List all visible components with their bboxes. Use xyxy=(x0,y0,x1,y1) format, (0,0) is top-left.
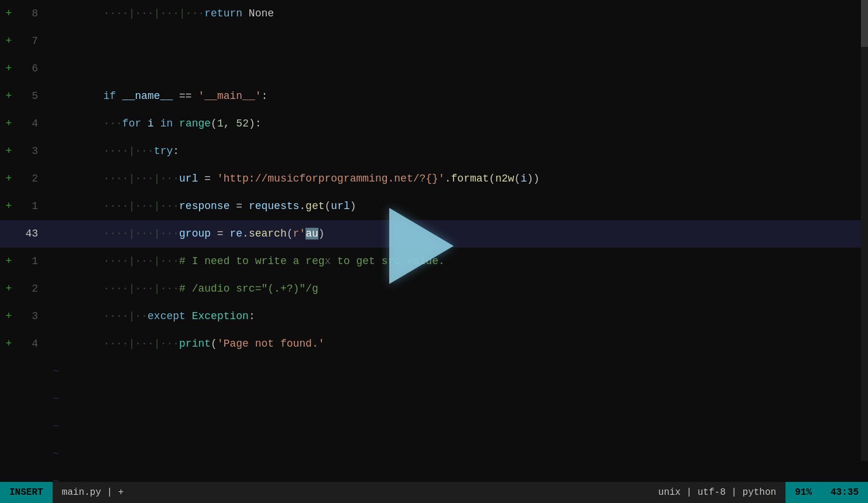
gutter-tilde-5 xyxy=(0,468,18,482)
tilde-content-4: ~ xyxy=(47,440,868,468)
status-right: unix | utf-8 | python 91% 43:35 xyxy=(649,482,868,503)
gutter-tilde-2 xyxy=(0,385,18,413)
line-num-1a: 1 xyxy=(18,193,47,220)
paren-4b1: ( xyxy=(211,338,217,350)
gutter-plus-2a: + xyxy=(0,165,18,193)
editor-area[interactable]: + 8 ····|···|···|···return None + 7 + 6 … xyxy=(0,0,868,482)
tilde-line-5: ~ xyxy=(0,468,868,482)
line-num-2a: 2 xyxy=(18,165,47,193)
tilde-content-2: ~ xyxy=(47,385,868,413)
tilde-line-2: ~ xyxy=(0,385,868,413)
tilde-content-1: ~ xyxy=(47,358,868,385)
gutter-tilde-1 xyxy=(0,358,18,385)
str-page: 'Page not found.' xyxy=(217,338,325,350)
tilde-line-3: ~ xyxy=(0,413,868,440)
status-position: 43:35 xyxy=(821,482,868,503)
gutter-plus-4b: + xyxy=(0,330,18,358)
line-code-8: ····|···|···|···return None xyxy=(47,0,868,55)
line-num-43: 43 xyxy=(18,220,47,248)
line-num-2b: 2 xyxy=(18,275,47,303)
pipe-sep: | xyxy=(107,487,118,498)
gutter-plus-8: + xyxy=(0,0,18,28)
plus-indicator: + xyxy=(118,487,124,498)
line-num-tilde-5 xyxy=(18,468,47,482)
status-filename: main.py | + xyxy=(53,487,133,498)
code-line-8: + 8 ····|···|···|···return None xyxy=(0,0,868,28)
line-num-tilde-4 xyxy=(18,440,47,468)
gutter-plus-1b: + xyxy=(0,248,18,275)
tilde-line-1: ~ xyxy=(0,358,868,385)
tilde-content-5: ~ xyxy=(47,468,868,482)
line-num-tilde-3 xyxy=(18,413,47,440)
status-bar: INSERT main.py | + unix | utf-8 | python… xyxy=(0,482,868,503)
gutter-plus-3b: + xyxy=(0,303,18,330)
gutter-plus-5: + xyxy=(0,83,18,110)
line-num-5: 5 xyxy=(18,83,47,110)
indent-8: ····|···|···|··· xyxy=(103,8,204,19)
gutter-plus-7: + xyxy=(0,28,18,55)
scrollbar[interactable] xyxy=(861,0,868,461)
line-num-1b: 1 xyxy=(18,248,47,275)
tilde-content-3: ~ xyxy=(47,413,868,440)
status-percent: 91% xyxy=(785,482,821,503)
status-encoding: unix | utf-8 | python xyxy=(649,487,786,498)
status-mode: INSERT xyxy=(0,482,53,503)
val-none: None xyxy=(242,8,274,19)
gutter-plus-43 xyxy=(0,220,18,248)
line-num-3b: 3 xyxy=(18,303,47,330)
line-num-tilde-2 xyxy=(18,385,47,413)
indent-4b: ····|···|··· xyxy=(103,338,179,350)
gutter-plus-2b: + xyxy=(0,275,18,303)
filename-text: main.py xyxy=(62,487,101,498)
gutter-plus-3: + xyxy=(0,138,18,165)
gutter-tilde-4 xyxy=(0,440,18,468)
code-line-4b: + 4 ····|···|···print('Page not found.' xyxy=(0,330,868,358)
line-num-3: 3 xyxy=(18,138,47,165)
scrollbar-thumb[interactable] xyxy=(861,0,868,47)
line-num-6: 6 xyxy=(18,55,47,83)
gutter-tilde-3 xyxy=(0,413,18,440)
line-num-7: 7 xyxy=(18,28,47,55)
tilde-line-4: ~ xyxy=(0,440,868,468)
gutter-plus-4: + xyxy=(0,110,18,138)
line-num-4: 4 xyxy=(18,110,47,138)
fn-print: print xyxy=(179,338,211,350)
line-num-tilde-1 xyxy=(18,358,47,385)
gutter-plus-1a: + xyxy=(0,193,18,220)
line-num-8: 8 xyxy=(18,0,47,28)
code-content: + 8 ····|···|···|···return None + 7 + 6 … xyxy=(0,0,868,482)
gutter-plus-6: + xyxy=(0,55,18,83)
line-num-4b: 4 xyxy=(18,330,47,358)
kw-return: return xyxy=(204,8,242,19)
